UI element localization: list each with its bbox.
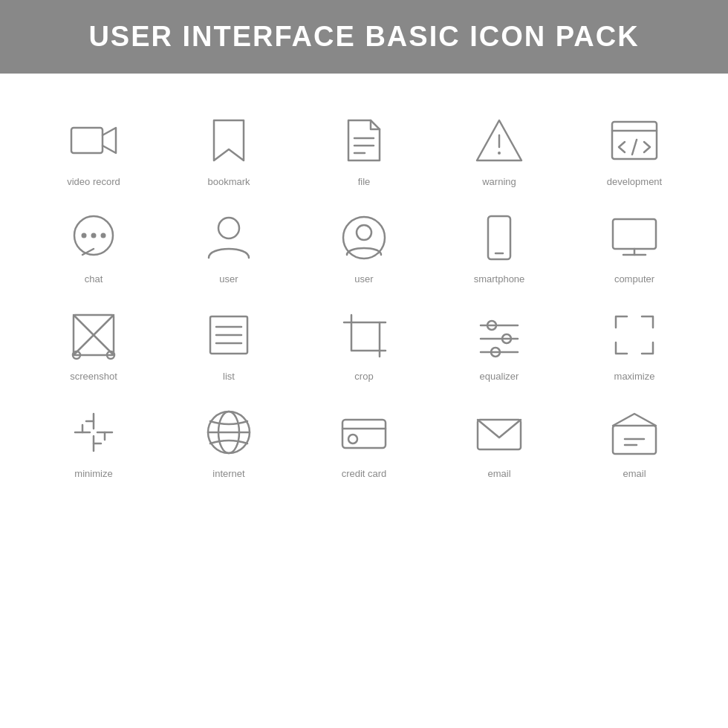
icon-label-chat: chat bbox=[85, 273, 103, 285]
header: USER INTERFACE BASIC ICON PACK bbox=[0, 0, 728, 74]
icon-label-credit-card: credit card bbox=[342, 468, 387, 479]
icon-email-closed: email bbox=[435, 395, 563, 485]
icon-chat: chat bbox=[30, 201, 157, 290]
icon-label-file: file bbox=[358, 176, 371, 187]
svg-point-6 bbox=[498, 152, 501, 155]
icon-smartphone: smartphone bbox=[435, 201, 563, 290]
svg-line-9 bbox=[632, 140, 637, 155]
computer-icon bbox=[605, 208, 664, 267]
svg-rect-19 bbox=[613, 219, 656, 249]
icon-label-user-circle: user bbox=[354, 273, 373, 285]
icon-label-crop: crop bbox=[354, 371, 373, 382]
icon-list: list bbox=[165, 298, 293, 388]
icon-label-list: list bbox=[223, 371, 235, 382]
svg-point-16 bbox=[357, 225, 371, 240]
icon-bookmark: bookmark bbox=[165, 103, 293, 193]
icon-label-user-silhouette: user bbox=[219, 273, 238, 285]
svg-rect-0 bbox=[71, 128, 103, 153]
icon-email-open: email bbox=[571, 395, 698, 485]
development-icon bbox=[605, 111, 664, 170]
internet-icon bbox=[199, 403, 259, 462]
icon-label-equalizer: equalizer bbox=[480, 371, 519, 382]
icon-label-smartphone: smartphone bbox=[474, 273, 525, 285]
equalizer-icon bbox=[469, 305, 529, 365]
file-icon bbox=[334, 111, 394, 170]
icon-label-internet: internet bbox=[212, 468, 244, 479]
email-open-icon bbox=[605, 403, 664, 462]
icon-maximize: maximize bbox=[571, 298, 698, 388]
icon-crop: crop bbox=[300, 298, 428, 388]
icon-video-record: video record bbox=[30, 103, 157, 193]
icon-label-computer: computer bbox=[614, 273, 654, 285]
icon-label-development: development bbox=[607, 176, 662, 187]
screenshot-icon bbox=[64, 305, 123, 365]
icons-grid: video record bookmark file bbox=[0, 81, 728, 507]
icon-label-email-closed: email bbox=[487, 468, 510, 479]
warning-icon bbox=[469, 111, 529, 170]
maximize-icon bbox=[605, 305, 664, 365]
icon-equalizer: equalizer bbox=[435, 298, 563, 388]
icon-user-circle: user bbox=[300, 201, 428, 290]
minimize-icon bbox=[64, 403, 123, 462]
icon-screenshot: screenshot bbox=[30, 298, 157, 388]
icon-label-maximize: maximize bbox=[614, 371, 655, 382]
icon-label-warning: warning bbox=[482, 176, 516, 187]
icon-file: file bbox=[300, 103, 428, 193]
svg-rect-54 bbox=[342, 420, 386, 448]
credit-card-icon bbox=[334, 403, 394, 462]
list-icon bbox=[199, 305, 259, 365]
page-title: USER INTERFACE BASIC ICON PACK bbox=[15, 21, 713, 53]
email-closed-icon bbox=[469, 403, 529, 462]
svg-point-12 bbox=[91, 233, 97, 238]
icon-warning: warning bbox=[435, 103, 563, 193]
chat-icon bbox=[64, 208, 123, 267]
svg-point-11 bbox=[82, 233, 87, 238]
icon-label-video-record: video record bbox=[67, 176, 120, 187]
icon-label-screenshot: screenshot bbox=[70, 371, 117, 382]
bookmark-icon bbox=[199, 111, 259, 170]
crop-icon bbox=[334, 305, 394, 365]
svg-point-13 bbox=[101, 233, 106, 238]
icon-computer: computer bbox=[571, 201, 698, 290]
icon-development: development bbox=[571, 103, 698, 193]
svg-point-56 bbox=[348, 435, 357, 443]
icon-label-minimize: minimize bbox=[74, 468, 112, 479]
user-circle-icon bbox=[334, 208, 394, 267]
video-record-icon bbox=[64, 111, 123, 170]
icon-user-silhouette: user bbox=[165, 201, 293, 290]
icon-internet: internet bbox=[165, 395, 293, 485]
icon-label-email-open: email bbox=[623, 468, 646, 479]
icon-minimize: minimize bbox=[30, 395, 157, 485]
svg-point-14 bbox=[218, 218, 239, 238]
user-silhouette-icon bbox=[199, 208, 259, 267]
icon-credit-card: credit card bbox=[300, 395, 428, 485]
icon-label-bookmark: bookmark bbox=[207, 176, 250, 187]
svg-point-15 bbox=[343, 217, 385, 259]
svg-rect-31 bbox=[351, 322, 380, 351]
svg-rect-7 bbox=[612, 122, 657, 159]
smartphone-icon bbox=[469, 208, 529, 267]
